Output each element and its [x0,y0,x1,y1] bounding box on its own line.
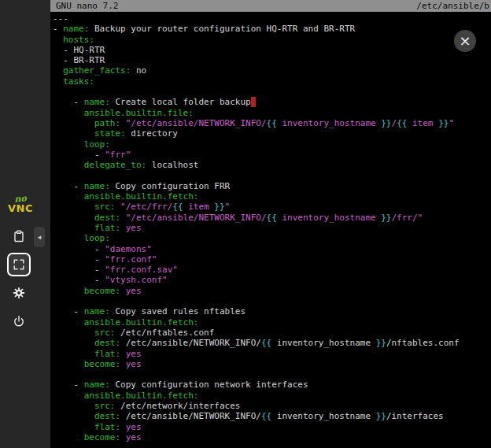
editor-line: - "frr.conf" [53,254,491,265]
editor-line: - "daemons" [53,244,491,254]
close-icon: × [459,34,471,48]
editor-line [53,296,491,306]
editor-line [53,170,491,180]
editor-line: ansible.builtin.file: [53,108,491,118]
editor-line: tasks: [53,76,491,87]
editor-line: loop: [53,233,491,243]
editor-line: flat: yes [53,223,491,233]
editor-line: path: "/etc/ansible/NETWORK_INFO/{{ inve… [53,118,491,128]
editor-line: src: "/etc/frr/{{ item }}" [53,202,491,212]
novnc-control-bar: no VNC ◂ [0,0,50,448]
vnc-screen: no VNC ◂ [0,0,491,448]
editor-line: loop: [53,139,491,150]
clipboard-button[interactable] [7,224,31,248]
editor-line: hosts: [53,35,491,45]
editor-line: flat: yes [53,349,491,359]
clipboard-icon [13,230,25,243]
editor-line: - "frr.conf.sav" [53,265,491,275]
editor-line: - "frr" [53,150,491,160]
editor-line: dest: "/etc/ansible/NETWORK_INFO/{{ inve… [53,213,491,223]
close-button[interactable]: × [454,30,476,52]
editor-line: ansible.builtin.fetch: [53,191,491,202]
power-button[interactable] [7,309,31,333]
editor-line: - BR-RTR [53,55,491,65]
nano-version: GNU nano 7.2 [56,0,118,12]
gear-icon [13,287,25,299]
editor-line: - HQ-RTR [53,45,491,55]
editor-line: dest: /etc/ansible/NETWORK_INFO/{{ inven… [53,338,491,348]
collapse-arrow-icon: ◂ [38,233,42,241]
settings-button[interactable] [7,281,31,305]
nano-titlebar: GNU nano 7.2 /etc/ansible/b [50,0,491,12]
editor-line: ansible.builtin.fetch: [53,317,491,328]
editor-line: state: directory [53,128,491,139]
editor-line: - name: Backup your router configuration… [53,24,491,34]
editor-line: - name: Copy saved rules nftables [53,306,491,317]
editor-line: dest: /etc/ansible/NETWORK_INFO/{{ inven… [53,411,491,421]
nano-filename: /etc/ansible/b [416,0,489,12]
editor-line: src: /etc/nftables.conf [53,328,491,338]
editor-line: gather_facts: no [53,65,491,76]
fullscreen-icon [13,258,25,271]
novnc-logo-vnc: VNC [2,203,39,213]
editor-line: - name: Copy configuration network inter… [53,380,491,390]
fullscreen-button[interactable] [7,253,31,276]
editor-line: become: yes [53,432,491,442]
editor-line: src: /etc/network/interfaces [53,401,491,411]
editor-line: - "vtysh.conf" [53,275,491,285]
editor-line: become: yes [53,286,491,296]
editor-line: delegate_to: localhost [53,160,491,170]
editor-content[interactable]: ---- name: Backup your router configurat… [50,12,491,442]
editor-line: flat: yes [53,422,491,432]
novnc-logo: no VNC [2,194,39,213]
power-icon [13,315,25,328]
editor-line: ansible.builtin.fetch: [53,391,491,401]
editor-line: become: yes [53,359,491,369]
editor-line [53,87,491,97]
nano-terminal[interactable]: GNU nano 7.2 /etc/ansible/b ---- name: B… [50,0,491,448]
control-bar-handle[interactable]: ◂ [34,227,45,247]
editor-line [53,369,491,380]
editor-line: - name: Create local folder backup [53,97,491,107]
editor-line: - name: Copy configuration FRR [53,181,491,191]
editor-line: --- [53,13,491,24]
